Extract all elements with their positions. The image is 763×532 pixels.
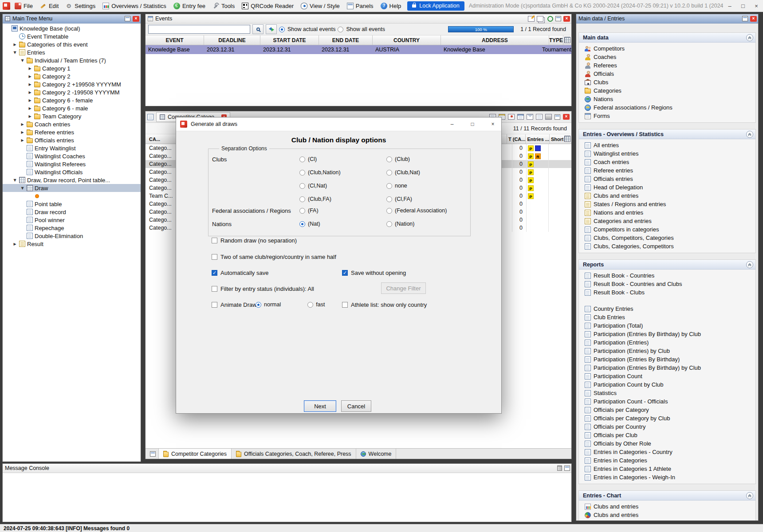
events-header[interactable]: Events × bbox=[146, 14, 571, 23]
list-item[interactable]: Clubs, Categories, Competitors bbox=[579, 242, 755, 250]
menu-item[interactable]: Edit bbox=[36, 0, 62, 12]
tree-item[interactable]: ▼ Draw bbox=[3, 184, 141, 192]
list-item[interactable]: Participation Count bbox=[579, 372, 755, 380]
animate-speed-radio[interactable]: fast bbox=[307, 300, 325, 309]
bottom-tab[interactable]: Welcome bbox=[356, 449, 397, 459]
list-item[interactable]: Participation Count - Officials bbox=[579, 397, 755, 406]
list-item[interactable]: Referees bbox=[579, 61, 755, 70]
tree-item[interactable]: ▶ Team Category bbox=[3, 112, 141, 120]
tree-item[interactable]: Waitinglist Coaches bbox=[3, 152, 141, 160]
tree-item[interactable]: ▶ Category 1 bbox=[3, 64, 141, 72]
section-header[interactable]: Reports bbox=[579, 260, 755, 270]
expander-icon[interactable]: ▶ bbox=[28, 74, 32, 78]
list-item[interactable]: Nations and entries bbox=[579, 208, 755, 217]
list-item[interactable]: Entries in Categories - Weigh-In bbox=[579, 473, 755, 481]
tree-item[interactable]: ▼ Entries bbox=[3, 48, 141, 56]
tree-item[interactable]: Knowledge Base (local) bbox=[3, 24, 141, 32]
checkbox-athlete-list-country[interactable]: Athlete list: show only country bbox=[342, 300, 427, 309]
column-header[interactable]: EVENT bbox=[146, 35, 204, 45]
expander-icon[interactable]: ▶ bbox=[12, 43, 17, 47]
list-item[interactable]: Coach entries bbox=[579, 158, 755, 166]
column-chooser-icon[interactable] bbox=[564, 136, 570, 142]
checkbox-save-without-opening[interactable]: Save without opening bbox=[342, 268, 406, 277]
column-header[interactable]: Entries ... bbox=[525, 134, 549, 144]
collapse-icon[interactable] bbox=[746, 131, 753, 138]
club-separation-radio[interactable]: (Cl,FA) bbox=[386, 196, 475, 202]
tree-item[interactable]: Waitinglist Officials bbox=[3, 168, 141, 176]
close-panel-icon[interactable]: × bbox=[563, 114, 570, 120]
tree-item[interactable]: Event Timetable bbox=[3, 32, 141, 40]
column-chooser-icon[interactable] bbox=[564, 37, 570, 43]
list-item[interactable]: Participation (Entries By Birthday) by C… bbox=[579, 364, 755, 372]
list-item[interactable]: Referee entries bbox=[579, 166, 755, 175]
dialog-maximize-button[interactable]: □ bbox=[464, 117, 481, 131]
list-item[interactable]: Officials per Category bbox=[579, 406, 755, 414]
nation-separation-radio[interactable]: (Nation) bbox=[386, 221, 475, 227]
list-item[interactable]: Participation (Entries) bbox=[579, 338, 755, 347]
tree-item[interactable]: Pool winner bbox=[3, 216, 141, 224]
list-item[interactable]: Head of Delegation bbox=[579, 183, 755, 192]
cancel-button[interactable]: Cancel bbox=[341, 400, 371, 412]
collapse-icon[interactable] bbox=[746, 492, 753, 499]
export-icon[interactable] bbox=[536, 114, 543, 120]
list-item[interactable]: Entries in Categories - Country bbox=[579, 448, 755, 456]
column-header[interactable]: START DATE bbox=[260, 35, 319, 45]
club-separation-radio[interactable]: (Club,Nat) bbox=[386, 169, 475, 176]
column-header[interactable]: Short ... bbox=[549, 134, 563, 144]
list-item[interactable]: Officials entries bbox=[579, 175, 755, 183]
mail-icon[interactable] bbox=[527, 114, 533, 120]
list-item[interactable]: Participation Count by Club bbox=[579, 380, 755, 389]
bottom-tab[interactable]: Competitor Categories bbox=[158, 449, 232, 459]
tree-item[interactable]: ▶ Category 6 - female bbox=[3, 96, 141, 104]
message-console-header[interactable]: Message Console bbox=[3, 464, 571, 473]
expander-icon[interactable]: ▶ bbox=[28, 98, 32, 102]
list-item[interactable]: Participation (Total) bbox=[579, 321, 755, 330]
expander-icon[interactable]: ▶ bbox=[28, 66, 32, 70]
expander-icon[interactable]: ▶ bbox=[28, 114, 32, 118]
list-item[interactable]: Club Entries bbox=[579, 313, 755, 321]
checkbox-same-half[interactable]: Two of same club/region/country in same … bbox=[212, 252, 336, 261]
restore-panel-icon[interactable] bbox=[564, 466, 570, 471]
list-item[interactable]: Categories and entries bbox=[579, 217, 755, 225]
list-item[interactable]: Federal associations / Regions bbox=[579, 103, 755, 112]
list-item[interactable]: Entries in Categories bbox=[579, 456, 755, 465]
tree-item[interactable]: ▶ Category 2 -199508 YYYYMM bbox=[3, 88, 141, 96]
expander-icon[interactable]: ▶ bbox=[28, 90, 32, 94]
expander-icon[interactable]: ▶ bbox=[12, 242, 17, 246]
minimize-button[interactable]: – bbox=[723, 0, 736, 12]
club-separation-radio[interactable]: none bbox=[386, 183, 475, 189]
club-separation-radio[interactable]: (Cl,Nat) bbox=[299, 183, 386, 189]
list-item[interactable]: Clubs bbox=[579, 78, 755, 86]
expander-icon[interactable]: ▶ bbox=[20, 122, 25, 126]
list-item[interactable]: Waitinglist entries bbox=[579, 149, 755, 158]
menu-item[interactable]: Overviews / Statistics bbox=[99, 0, 170, 12]
list-item[interactable]: Result Book - Clubs bbox=[579, 288, 755, 297]
club-separation-radio[interactable]: (Club,Nation) bbox=[299, 169, 386, 176]
column-header[interactable]: END DATE bbox=[319, 35, 373, 45]
dialog-minimize-button[interactable]: – bbox=[444, 117, 460, 131]
collapse-icon[interactable] bbox=[746, 34, 753, 41]
list-item[interactable]: Participation (Entries By Birthday) bbox=[579, 355, 755, 364]
tree-item[interactable]: ▶ Category 2 bbox=[3, 72, 141, 80]
list-item[interactable]: States / Regions and entries bbox=[579, 200, 755, 208]
tree-item[interactable]: ▼ Draw, Draw record, Point table... bbox=[3, 176, 141, 184]
tree-item[interactable]: Waitinglist Referees bbox=[3, 160, 141, 168]
tree-item[interactable]: ▼ Individual / Team Entries (7) bbox=[3, 56, 141, 64]
book-search-icon[interactable] bbox=[147, 114, 153, 120]
close-panel-icon[interactable]: × bbox=[750, 16, 757, 22]
restore-panel-icon[interactable] bbox=[150, 451, 156, 457]
maximize-button[interactable]: □ bbox=[736, 0, 750, 12]
fa-separation-radio[interactable]: (Federal Association) bbox=[386, 207, 475, 214]
list-item[interactable]: Competitors in categories bbox=[579, 225, 755, 234]
close-panel-icon[interactable]: × bbox=[563, 16, 570, 22]
list-item[interactable]: Clubs, Competitors, Categories bbox=[579, 234, 755, 242]
list-item[interactable]: Clubs and entries bbox=[579, 192, 755, 200]
tree-item[interactable]: ▶ Coach entries bbox=[3, 120, 141, 128]
list-item[interactable]: Officials per Country bbox=[579, 422, 755, 431]
list-item[interactable]: Entries in Categories 1 Athlete bbox=[579, 465, 755, 473]
section-header[interactable]: Entries - Chart bbox=[579, 491, 755, 501]
restore-panel-icon[interactable] bbox=[125, 16, 130, 21]
print-icon[interactable] bbox=[545, 114, 552, 120]
radio-show-all-events[interactable]: Show all events bbox=[338, 26, 385, 32]
column-header[interactable]: TYPE bbox=[549, 35, 563, 45]
